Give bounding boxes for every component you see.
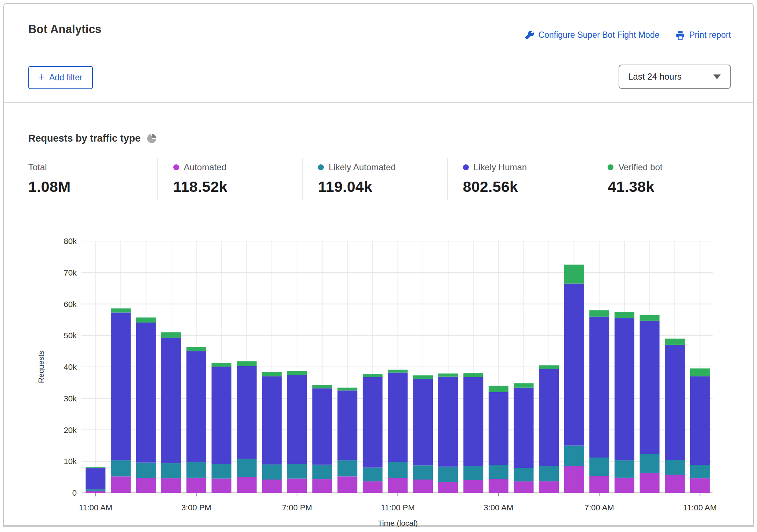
bar-segment-automated[interactable] — [111, 476, 131, 493]
bar-segment-likely-automated[interactable] — [514, 468, 534, 481]
bar-segment-verified-bot[interactable] — [161, 332, 181, 338]
bar-segment-likely-automated[interactable] — [237, 459, 257, 477]
bar-segment-likely-automated[interactable] — [111, 460, 131, 477]
bar-segment-automated[interactable] — [438, 482, 458, 493]
bar-segment-likely-automated[interactable] — [211, 464, 231, 478]
stat-verified-bot[interactable]: Verified bot 41.38k — [592, 158, 737, 200]
bar-segment-verified-bot[interactable] — [211, 363, 231, 367]
bar-segment-automated[interactable] — [211, 478, 231, 493]
bar-segment-verified-bot[interactable] — [186, 347, 206, 351]
bar-segment-verified-bot[interactable] — [136, 317, 156, 323]
bar-segment-verified-bot[interactable] — [388, 370, 408, 373]
bar-segment-automated[interactable] — [337, 476, 357, 493]
bar-segment-verified-bot[interactable] — [640, 315, 660, 321]
bar-segment-automated[interactable] — [589, 476, 609, 493]
bar-segment-likely-human[interactable] — [539, 369, 559, 466]
bar-segment-verified-bot[interactable] — [589, 310, 609, 317]
bar-segment-verified-bot[interactable] — [312, 385, 332, 388]
bar-segment-automated[interactable] — [161, 478, 181, 493]
bar-segment-likely-automated[interactable] — [186, 462, 206, 478]
bar-segment-automated[interactable] — [86, 491, 105, 493]
bar-segment-verified-bot[interactable] — [413, 375, 433, 379]
bar-segment-likely-human[interactable] — [690, 376, 710, 465]
bar-segment-likely-automated[interactable] — [363, 467, 383, 481]
bar-segment-likely-automated[interactable] — [287, 464, 307, 478]
bar-segment-verified-bot[interactable] — [665, 339, 685, 345]
bar-segment-automated[interactable] — [690, 478, 710, 493]
stat-automated[interactable]: Automated 118.52k — [157, 158, 303, 200]
bar-segment-likely-automated[interactable] — [690, 465, 710, 478]
bar-segment-likely-automated[interactable] — [136, 463, 156, 478]
bar-segment-likely-automated[interactable] — [262, 464, 282, 480]
bar-segment-verified-bot[interactable] — [86, 467, 105, 469]
bar-segment-likely-automated[interactable] — [413, 465, 433, 480]
bar-segment-verified-bot[interactable] — [539, 365, 559, 369]
bar-segment-automated[interactable] — [262, 480, 282, 493]
bar-segment-verified-bot[interactable] — [514, 383, 534, 388]
bar-segment-verified-bot[interactable] — [564, 265, 584, 283]
bar-segment-verified-bot[interactable] — [489, 386, 508, 392]
bar-segment-automated[interactable] — [186, 478, 206, 493]
bar-segment-likely-human[interactable] — [489, 392, 508, 465]
bar-segment-likely-automated[interactable] — [312, 465, 332, 479]
bar-segment-likely-automated[interactable] — [337, 460, 357, 477]
bar-segment-automated[interactable] — [237, 477, 257, 493]
bar-segment-likely-automated[interactable] — [665, 460, 685, 475]
bar-segment-likely-human[interactable] — [665, 345, 685, 460]
stat-likely-human[interactable]: Likely Human 802.56k — [447, 158, 592, 200]
bar-segment-likely-human[interactable] — [211, 367, 231, 464]
bar-segment-automated[interactable] — [287, 478, 307, 493]
bar-segment-likely-human[interactable] — [337, 390, 357, 460]
bar-segment-automated[interactable] — [640, 473, 660, 493]
bar-segment-likely-human[interactable] — [262, 376, 282, 464]
add-filter-button[interactable]: + Add filter — [28, 66, 93, 89]
bar-segment-likely-automated[interactable] — [161, 463, 181, 478]
bar-segment-automated[interactable] — [388, 478, 408, 493]
bar-segment-likely-human[interactable] — [312, 388, 332, 464]
bar-segment-likely-human[interactable] — [388, 372, 408, 462]
bar-segment-likely-automated[interactable] — [589, 458, 609, 476]
bar-segment-likely-automated[interactable] — [463, 466, 483, 480]
bar-segment-verified-bot[interactable] — [237, 361, 257, 366]
bar-segment-automated[interactable] — [564, 466, 584, 493]
bar-segment-verified-bot[interactable] — [111, 309, 131, 313]
bar-segment-verified-bot[interactable] — [262, 372, 282, 376]
bar-segment-likely-human[interactable] — [161, 338, 181, 463]
configure-super-bot-fight-mode-link[interactable]: Configure Super Bot Fight Mode — [525, 30, 659, 40]
bar-segment-automated[interactable] — [539, 481, 559, 493]
bar-segment-likely-human[interactable] — [363, 377, 383, 467]
bar-segment-likely-automated[interactable] — [86, 489, 105, 491]
bar-segment-likely-automated[interactable] — [615, 460, 634, 478]
bar-segment-verified-bot[interactable] — [363, 374, 383, 377]
time-range-select[interactable]: Last 24 hours — [619, 65, 731, 89]
bar-segment-likely-automated[interactable] — [388, 462, 408, 478]
bar-segment-likely-human[interactable] — [86, 468, 105, 489]
bar-segment-likely-automated[interactable] — [539, 466, 559, 481]
bar-segment-verified-bot[interactable] — [615, 312, 634, 318]
bar-segment-likely-human[interactable] — [615, 318, 634, 460]
bar-segment-automated[interactable] — [514, 481, 534, 493]
bar-segment-likely-human[interactable] — [136, 323, 156, 463]
bar-segment-likely-human[interactable] — [463, 377, 483, 466]
bar-segment-automated[interactable] — [665, 475, 685, 493]
bar-segment-likely-human[interactable] — [640, 321, 660, 454]
bar-segment-automated[interactable] — [136, 478, 156, 493]
bar-segment-likely-human[interactable] — [186, 351, 206, 462]
bar-segment-automated[interactable] — [363, 481, 383, 493]
bar-segment-likely-automated[interactable] — [564, 445, 584, 466]
bar-segment-verified-bot[interactable] — [287, 371, 307, 375]
print-report-link[interactable]: Print report — [675, 30, 731, 40]
bar-segment-likely-human[interactable] — [413, 379, 433, 466]
bar-segment-likely-automated[interactable] — [438, 467, 458, 482]
bar-segment-likely-human[interactable] — [287, 375, 307, 464]
bar-segment-automated[interactable] — [615, 478, 634, 493]
bar-segment-verified-bot[interactable] — [690, 368, 710, 376]
bar-segment-automated[interactable] — [463, 480, 483, 493]
bar-segment-likely-human[interactable] — [237, 366, 257, 459]
bar-segment-likely-human[interactable] — [438, 377, 458, 467]
bar-segment-automated[interactable] — [413, 480, 433, 493]
bar-segment-likely-human[interactable] — [564, 284, 584, 446]
bar-segment-likely-human[interactable] — [514, 388, 534, 468]
bar-segment-likely-automated[interactable] — [489, 465, 508, 479]
bar-segment-likely-automated[interactable] — [640, 454, 660, 473]
